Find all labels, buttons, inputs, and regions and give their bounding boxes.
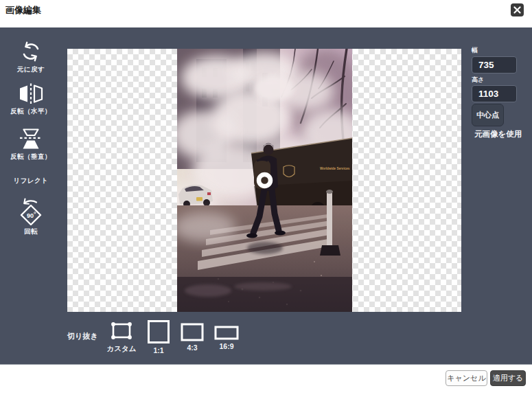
close-icon (513, 6, 521, 14)
crop-16-9-icon (214, 326, 239, 340)
tool-rotate[interactable]: 90 回転 (3, 196, 59, 236)
crop-option-label: カスタム (105, 344, 138, 354)
width-label: 幅 (472, 46, 478, 55)
rotate-degrees-label: 90 (27, 212, 34, 219)
height-label: 高さ (472, 76, 484, 84)
crop-section-label: 切り抜き (67, 331, 98, 341)
tool-label: リフレクト (3, 177, 59, 185)
tool-label: 元に戻す (3, 65, 59, 74)
title-bar: 画像編集 (0, 0, 532, 27)
crop-option-label: 4:3 (178, 343, 206, 352)
crop-custom-icon (108, 320, 135, 342)
width-input[interactable] (472, 56, 517, 74)
image-edit-dialog: 画像編集 元に戻す (0, 0, 532, 395)
tool-flip-vertical[interactable]: 反転（垂直） (3, 128, 59, 161)
center-point-button[interactable]: 中心点 (472, 104, 504, 126)
crop-option-label: 1:1 (145, 346, 172, 354)
crop-option-label: 16:9 (212, 342, 241, 350)
tool-label: 反転（水平） (3, 107, 59, 116)
crop-option-16-9[interactable]: 16:9 (212, 326, 241, 350)
close-button[interactable] (511, 3, 524, 16)
crop-canvas[interactable]: Worldwide Services (67, 49, 461, 312)
tool-reflect[interactable]: リフレクト (3, 174, 59, 185)
crop-option-1-1[interactable]: 1:1 (145, 319, 172, 354)
apply-button[interactable]: 適用する (490, 370, 526, 386)
height-input[interactable] (472, 85, 517, 102)
use-original-image-button[interactable]: 元画像を使用 (474, 129, 522, 139)
photo-preview: Worldwide Services (177, 49, 352, 312)
flip-horizontal-icon (3, 82, 59, 105)
tool-label: 反転（垂直） (3, 153, 59, 161)
crop-4-3-icon (181, 323, 204, 341)
tool-undo[interactable]: 元に戻す (3, 40, 59, 74)
crop-option-4-3[interactable]: 4:3 (178, 323, 206, 352)
crop-option-custom[interactable]: カスタム (105, 320, 138, 354)
undo-rotate-icon (3, 40, 59, 63)
dialog-title: 画像編集 (5, 4, 41, 16)
crop-1-1-icon (147, 319, 170, 344)
tool-flip-horizontal[interactable]: 反転（水平） (3, 82, 59, 116)
rotate-90-icon: 90 (3, 196, 59, 225)
tool-label: 回転 (3, 227, 59, 236)
cancel-button[interactable]: キャンセル (446, 370, 487, 386)
editor-area: 元に戻す 反転（水平） 反転（垂直） (0, 27, 532, 365)
flip-vertical-icon (3, 128, 59, 150)
dialog-footer: キャンセル 適用する (0, 365, 532, 395)
